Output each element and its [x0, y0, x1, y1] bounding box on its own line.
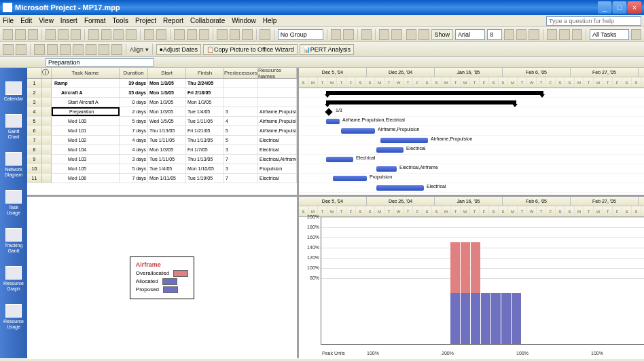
- menu-tools[interactable]: Tools: [113, 17, 128, 24]
- open-icon[interactable]: [15, 29, 25, 40]
- viewbar-gantt[interactable]: Gantt Chart: [3, 114, 24, 140]
- col-finish[interactable]: Finish: [186, 68, 224, 78]
- table-row[interactable]: 7 Mod 102 4 days Tue 1/11/05 Thu 1/13/05…: [27, 136, 297, 145]
- align-right-icon[interactable]: [572, 29, 582, 40]
- tracking-icon: [5, 228, 22, 242]
- resource-usage-chart[interactable]: Dec 5, '04Dec 26, '04Jan 16, '05Feb 6, '…: [299, 197, 644, 358]
- new-icon[interactable]: [3, 29, 13, 40]
- table-row[interactable]: 11 Mod 106 7 days Mon 1/11/05 Tue 1/19/0…: [27, 174, 297, 183]
- tool-c-icon[interactable]: [34, 44, 45, 55]
- menu-report[interactable]: Report: [163, 17, 183, 24]
- pert-analysis-button[interactable]: 📊 PERT Analysis: [300, 44, 354, 55]
- help-icon[interactable]: [391, 29, 401, 40]
- spell-icon[interactable]: [71, 29, 81, 40]
- goto-icon[interactable]: [361, 29, 372, 40]
- viewbar-resgraph[interactable]: Resource Graph: [3, 266, 24, 292]
- align-left-icon[interactable]: [547, 29, 557, 40]
- filter-combo[interactable]: All Tasks: [590, 29, 629, 40]
- menu-format[interactable]: Format: [84, 17, 106, 24]
- table-row[interactable]: 10 Mod 105 5 days Tue 1/4/05 Mon 1/10/05…: [27, 164, 297, 174]
- col-taskname[interactable]: Task Name: [52, 68, 120, 78]
- copy-icon[interactable]: [101, 29, 111, 40]
- zoom-in-icon[interactable]: [331, 29, 341, 40]
- outdent-icon[interactable]: [406, 29, 416, 40]
- cell-editor[interactable]: Preparation: [46, 58, 154, 66]
- table-row[interactable]: 3 Start Aircraft A 0 days Mon 1/3/05 Mon…: [27, 98, 297, 107]
- notes-icon[interactable]: [230, 29, 240, 40]
- show-button[interactable]: Show: [431, 29, 454, 40]
- info-icon[interactable]: [217, 29, 227, 40]
- format-painter-icon[interactable]: [126, 29, 136, 40]
- tool-g-icon[interactable]: [86, 44, 96, 55]
- font-combo[interactable]: Arial: [455, 29, 485, 40]
- assign-icon[interactable]: [242, 29, 252, 40]
- link-icon[interactable]: [174, 29, 184, 40]
- copy-pic-icon[interactable]: [379, 29, 389, 40]
- table-row[interactable]: 2 Aircraft A 35 days Mon 1/3/05 Fri 2/18…: [27, 88, 297, 98]
- zoom-out-icon[interactable]: [343, 29, 353, 40]
- save-icon[interactable]: [28, 29, 38, 40]
- menu-view[interactable]: View: [39, 17, 54, 24]
- task-grid[interactable]: ⓘ Task Name Duration Start Finish Predec…: [27, 68, 299, 195]
- minimize-button[interactable]: _: [598, 1, 611, 14]
- maximize-button[interactable]: □: [613, 1, 626, 14]
- underline-icon[interactable]: [529, 29, 539, 40]
- fontsize-combo[interactable]: 8: [487, 29, 501, 40]
- table-row[interactable]: 8 Mod 104 4 days Mon 1/3/05 Fri 1/7/05 3…: [27, 145, 297, 155]
- tool-d-icon[interactable]: [47, 44, 58, 55]
- close-button[interactable]: ×: [628, 1, 641, 14]
- statusbar: Ready: [0, 358, 644, 361]
- viewbar-taskusage[interactable]: Task Usage: [3, 190, 24, 216]
- col-duration[interactable]: Duration: [120, 68, 148, 78]
- menu-edit[interactable]: Edit: [20, 17, 32, 24]
- col-pred[interactable]: Predecessors: [224, 68, 258, 78]
- tool-f-icon[interactable]: [73, 44, 84, 55]
- menu-window[interactable]: Window: [232, 17, 256, 24]
- viewbar-tracking[interactable]: Tracking Gantt: [3, 228, 24, 254]
- legend-title: Airframe: [136, 261, 188, 268]
- adjust-dates-button[interactable]: ● Adjust Dates: [156, 44, 201, 55]
- print-icon[interactable]: [46, 29, 56, 40]
- grid-body[interactable]: 1 Ramp 39 days Mon 1/3/05 Thu 2/24/05 2 …: [27, 79, 297, 183]
- menu-insert[interactable]: Insert: [60, 17, 77, 24]
- col-res[interactable]: Resource Names: [258, 68, 297, 78]
- align-center-icon[interactable]: [559, 29, 569, 40]
- copy-picture-wizard-button[interactable]: 📋 Copy Picture to Office Wizard: [203, 44, 298, 55]
- table-row[interactable]: 6 Mod 101 7 days Thu 1/13/05 Fri 1/21/05…: [27, 126, 297, 136]
- tool-i-icon[interactable]: [111, 44, 122, 55]
- viewbar-resusage[interactable]: Resource Usage: [3, 304, 24, 330]
- table-row[interactable]: 5 Mod 100 5 days Wed 1/5/05 Tue 1/11/05 …: [27, 117, 297, 126]
- autofilter-icon[interactable]: [631, 29, 641, 40]
- redo-icon[interactable]: [156, 29, 166, 40]
- calendar-icon: [5, 81, 22, 95]
- menu-help[interactable]: Help: [263, 17, 277, 24]
- unlink-icon[interactable]: [187, 29, 197, 40]
- menu-collaborate[interactable]: Collaborate: [190, 17, 225, 24]
- help-search-input[interactable]: [546, 16, 641, 26]
- tool-h-icon[interactable]: [99, 44, 109, 55]
- bold-icon[interactable]: [504, 29, 514, 40]
- indent-icon[interactable]: [418, 29, 429, 40]
- italic-icon[interactable]: [516, 29, 526, 40]
- viewbar-calendar[interactable]: Calendar: [3, 81, 24, 102]
- split-icon[interactable]: [199, 29, 209, 40]
- tool-e-icon[interactable]: [60, 44, 71, 55]
- paste-icon[interactable]: [113, 29, 124, 40]
- title-text: Microsoft Project - MP17.mpp: [15, 3, 598, 12]
- table-row[interactable]: 4 Preparation 2 days Mon 1/3/05 Tue 1/4/…: [27, 107, 297, 117]
- group-combo[interactable]: No Group: [278, 29, 323, 40]
- publish-icon[interactable]: [260, 29, 270, 40]
- menu-file[interactable]: File: [3, 17, 14, 24]
- viewbar-network[interactable]: Network Diagram: [3, 152, 24, 178]
- tool-a-icon[interactable]: [3, 44, 14, 55]
- network-icon: [5, 152, 22, 166]
- table-row[interactable]: 1 Ramp 39 days Mon 1/3/05 Thu 2/24/05: [27, 79, 297, 88]
- table-row[interactable]: 9 Mod 103 3 days Tue 1/11/05 Thu 1/13/05…: [27, 155, 297, 164]
- tool-b-icon[interactable]: [16, 44, 26, 55]
- menu-project[interactable]: Project: [135, 17, 156, 24]
- undo-icon[interactable]: [144, 29, 154, 40]
- cut-icon[interactable]: [88, 29, 99, 40]
- preview-icon[interactable]: [58, 29, 68, 40]
- col-start[interactable]: Start: [148, 68, 186, 78]
- gantt-chart[interactable]: Dec 5, '04Dec 26, '04Jan 16, '05Feb 6, '…: [299, 68, 644, 195]
